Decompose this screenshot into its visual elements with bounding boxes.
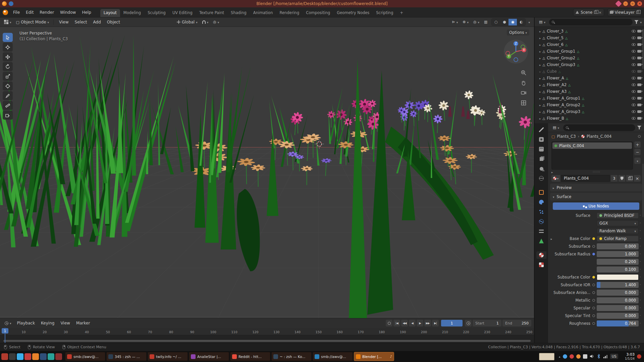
menubar-menu[interactable]: File: [10, 9, 23, 16]
property-row[interactable]: Subsurface Aniso...0.000: [549, 289, 642, 296]
menubar-menu[interactable]: Edit: [23, 9, 37, 16]
keyframe-dot-icon[interactable]: [639, 322, 642, 325]
expand-arrow-icon[interactable]: [539, 56, 541, 60]
tool-add-cube[interactable]: [3, 111, 13, 120]
properties-scrollbar[interactable]: [642, 164, 644, 217]
tray-update-icon[interactable]: [576, 354, 581, 359]
outliner-item[interactable]: Flower_A_Group2: [536, 102, 643, 108]
expand-arrow-icon[interactable]: [539, 36, 541, 40]
disable-in-render-icon[interactable]: [637, 57, 641, 59]
node-link-button[interactable]: Color Ramp: [597, 236, 639, 242]
timeline-menu[interactable]: Playback: [14, 319, 38, 327]
zoom-icon[interactable]: [521, 70, 527, 76]
expand-arrow-icon[interactable]: [539, 76, 541, 80]
shading-wireframe-button[interactable]: ○: [492, 19, 500, 25]
timeline-menu[interactable]: Marker: [73, 319, 93, 327]
property-row[interactable]: Specular0.000: [549, 304, 642, 311]
close-button[interactable]: [637, 1, 642, 6]
gizmos-dropdown[interactable]: ⊕: [461, 19, 471, 25]
filter-icon[interactable]: [634, 20, 638, 24]
remove-slot-button[interactable]: [634, 149, 641, 155]
keyframe-dot-icon[interactable]: [639, 222, 642, 225]
node-link-button[interactable]: Principled BSDF: [597, 213, 639, 219]
keyframe-dot-icon[interactable]: [639, 260, 642, 263]
tray-chat-icon[interactable]: [563, 354, 567, 359]
keyframe-dot-icon[interactable]: [639, 291, 642, 294]
shading-material-button[interactable]: ◉: [508, 19, 517, 25]
number-field[interactable]: 0.000: [597, 297, 639, 303]
chat-icon[interactable]: [48, 353, 54, 360]
outliner-item[interactable]: Clover_Group3: [536, 61, 643, 68]
tool-tweak-select[interactable]: [3, 33, 13, 42]
bluetooth-icon[interactable]: [597, 354, 601, 359]
keyframe-dot-icon[interactable]: [639, 276, 642, 279]
outliner-item[interactable]: Clover_3: [536, 28, 643, 35]
property-row[interactable]: Metallic0.000: [549, 297, 642, 304]
frame-start-field[interactable]: Start1: [473, 320, 501, 326]
titlebar[interactable]: Blender [/home/amalie/Desktop/blender/cu…: [0, 0, 644, 7]
timeline-scrollbar[interactable]: [3, 340, 531, 342]
disable-in-render-icon[interactable]: [637, 104, 641, 106]
expand-arrow-icon[interactable]: [539, 82, 541, 87]
hide-in-viewport-icon[interactable]: [632, 117, 636, 120]
object-name[interactable]: Flower_A_Group2: [547, 103, 580, 107]
disable-in-render-icon[interactable]: [637, 97, 641, 100]
clock[interactable]: 3:03 1/1/24: [621, 353, 635, 360]
hide-in-viewport-icon[interactable]: [632, 70, 636, 73]
properties-tab-modifiers[interactable]: [536, 198, 546, 206]
expand-arrow-icon[interactable]: [539, 96, 541, 101]
pan-hand-icon[interactable]: [521, 80, 527, 86]
keyframe-dot-icon[interactable]: [639, 283, 642, 287]
property-row[interactable]: Roughness0.764: [549, 320, 642, 327]
settings-icon[interactable]: [55, 353, 62, 360]
properties-tab-data[interactable]: [536, 237, 546, 245]
orthographic-grid-icon[interactable]: [521, 100, 527, 106]
object-name[interactable]: Flower_B: [547, 116, 564, 121]
shading-rendered-button[interactable]: ◐: [517, 19, 525, 25]
properties-tab-render[interactable]: [536, 136, 546, 143]
users-count-button[interactable]: 3: [611, 175, 618, 182]
shading-dropdown[interactable]: [526, 19, 532, 25]
playhead[interactable]: 1: [5, 328, 5, 343]
keyboard-layout[interactable]: US: [610, 354, 618, 359]
play-button[interactable]: [417, 320, 423, 326]
network-icon[interactable]: [603, 354, 608, 358]
xray-toggle[interactable]: ▥: [482, 19, 489, 25]
properties-tab-object[interactable]: [536, 189, 546, 196]
expand-arrow-icon[interactable]: [539, 62, 541, 67]
breadcrumb-material[interactable]: Plants_C.004: [587, 134, 611, 139]
number-field[interactable]: 0.000: [597, 243, 639, 249]
number-field[interactable]: 0.000: [597, 305, 639, 311]
properties-tab-scene[interactable]: [536, 165, 546, 172]
taskbar-window-button[interactable]: Blender [...: [354, 352, 394, 361]
keep-above-icon[interactable]: [615, 0, 622, 7]
viewport-menu[interactable]: Add: [90, 18, 104, 26]
workspace-tab[interactable]: Animation: [250, 9, 276, 17]
outliner-item[interactable]: Flower_A2: [536, 81, 643, 88]
overlays-dropdown[interactable]: ◎: [471, 19, 481, 25]
object-name[interactable]: Clover_Group1: [547, 49, 575, 54]
outliner-item[interactable]: Cube: [536, 68, 643, 75]
search-input[interactable]: [556, 20, 630, 24]
frame-end-field[interactable]: End250: [502, 320, 531, 326]
outliner-item[interactable]: Clover_Group1: [536, 48, 643, 55]
material-name-field[interactable]: Plants_C.004: [561, 175, 610, 182]
properties-filter-icon[interactable]: [637, 126, 641, 129]
properties-tab-constraints[interactable]: [536, 228, 546, 235]
timeline-track[interactable]: [0, 335, 534, 343]
property-row[interactable]: Subsurface IOR1.400: [549, 281, 642, 288]
menubar-menu[interactable]: Render: [37, 9, 57, 16]
camera-view-icon[interactable]: [521, 90, 527, 96]
workspace-tab[interactable]: Modeling: [120, 9, 144, 17]
object-name[interactable]: Flower_A_Group1: [547, 96, 580, 101]
keyframe-dot-icon[interactable]: [639, 252, 642, 256]
hide-in-viewport-icon[interactable]: [632, 104, 636, 106]
add-slot-button[interactable]: [634, 141, 641, 148]
hide-in-viewport-icon[interactable]: [632, 90, 636, 93]
workspace-tab[interactable]: Texture Paint: [196, 9, 227, 17]
number-field[interactable]: 0.000: [597, 313, 639, 319]
surface-panel-header[interactable]: Surface: [550, 193, 642, 200]
search-input[interactable]: [570, 125, 633, 130]
expand-arrow-icon[interactable]: [539, 29, 541, 34]
visibility-dropdown[interactable]: ⊳: [450, 19, 460, 25]
